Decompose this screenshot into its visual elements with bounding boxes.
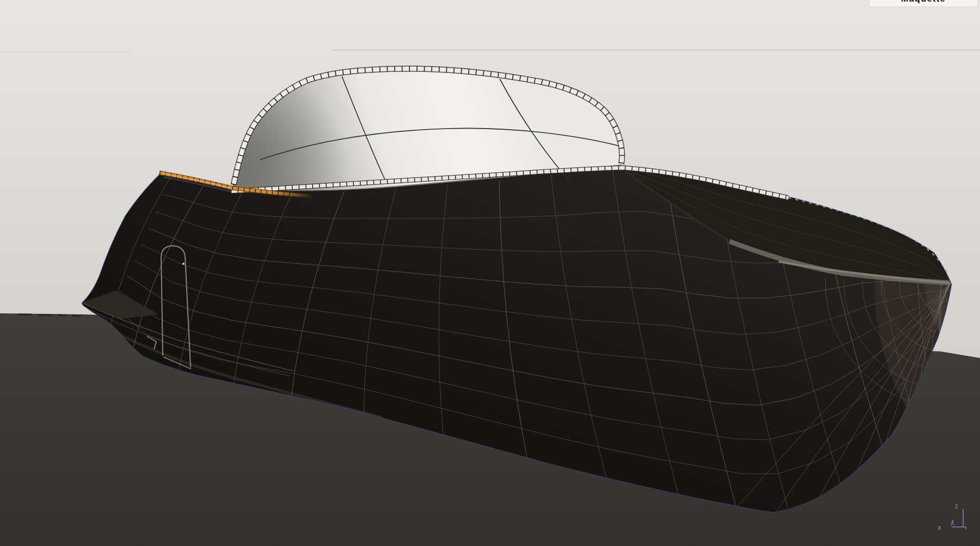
z-axis-label: z <box>954 502 958 510</box>
x-axis-label: x <box>938 524 941 531</box>
viewport-label: Maquette <box>869 0 977 7</box>
viewport-label-text: Maquette <box>901 0 946 4</box>
cad-viewport[interactable]: z y x Maquette <box>0 0 980 546</box>
door-outline-point <box>182 263 185 265</box>
y-axis-label: y <box>951 520 954 527</box>
viewport-canvas[interactable]: z y x <box>0 0 980 546</box>
